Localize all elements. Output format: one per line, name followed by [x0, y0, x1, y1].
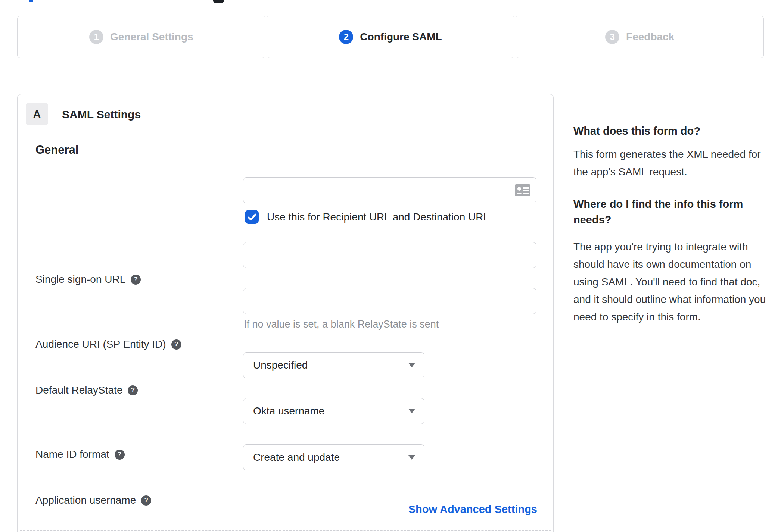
wizard-stepper: 1 General Settings 2 Configure SAML 3 Fe… [17, 16, 764, 58]
nameid-format-value: Unspecified [253, 359, 308, 371]
recipient-url-checkbox-row: Use this for Recipient URL and Destinati… [245, 210, 489, 224]
app-username-label: Application username ? [35, 494, 151, 506]
help-icon[interactable]: ? [141, 495, 151, 506]
relaystate-hint: If no value is set, a blank RelayState i… [244, 319, 439, 330]
cutoff-icon-fragment [213, 0, 224, 3]
app-username-value: Okta username [253, 405, 324, 417]
saml-settings-panel: A SAML Settings General Single sign-on U… [17, 94, 554, 532]
help-icon[interactable]: ? [115, 450, 125, 460]
step-label: Configure SAML [360, 31, 442, 43]
sso-url-label: Single sign-on URL ? [35, 273, 141, 285]
sidebar-answer-2: The app you're trying to integrate with … [573, 238, 768, 326]
sso-url-field-wrap [243, 177, 536, 203]
step-general-settings[interactable]: 1 General Settings [17, 16, 265, 58]
help-icon[interactable]: ? [128, 385, 138, 395]
chevron-down-icon [408, 363, 415, 367]
step-number-badge: 1 [89, 30, 103, 44]
contact-card-icon [515, 184, 530, 196]
nameid-format-label: Name ID format ? [35, 448, 125, 460]
nameid-format-label-text: Name ID format [35, 448, 109, 460]
recipient-url-checkbox[interactable] [245, 210, 259, 224]
sso-url-label-text: Single sign-on URL [35, 273, 125, 285]
step-configure-saml[interactable]: 2 Configure SAML [267, 16, 515, 58]
step-label: General Settings [110, 31, 193, 43]
section-a-badge: A [26, 103, 48, 125]
relaystate-label-text: Default RelayState [35, 384, 122, 396]
sidebar-question-1: What does this form do? [573, 123, 768, 139]
audience-uri-input[interactable] [243, 242, 536, 268]
help-icon[interactable]: ? [171, 339, 181, 350]
cutoff-blue-accent [29, 0, 33, 2]
update-username-select[interactable]: Create and update [243, 444, 424, 470]
audience-uri-label: Audience URI (SP Entity ID) ? [35, 338, 181, 350]
sso-url-input[interactable] [243, 177, 536, 203]
step-feedback[interactable]: 3 Feedback [516, 16, 764, 58]
nameid-format-select[interactable]: Unspecified [243, 352, 424, 378]
section-dashed-divider [20, 530, 551, 531]
relaystate-input[interactable] [243, 288, 536, 314]
update-username-value: Create and update [253, 451, 340, 463]
app-username-select[interactable]: Okta username [243, 398, 424, 424]
general-section-title: General [35, 143, 78, 157]
chevron-down-icon [408, 455, 415, 460]
checkmark-icon [247, 212, 257, 222]
app-username-label-text: Application username [35, 494, 136, 506]
step-label: Feedback [626, 31, 674, 43]
step-number-badge: 3 [605, 30, 619, 44]
sidebar-answer-1: This form generates the XML needed for t… [573, 145, 768, 181]
chevron-down-icon [408, 409, 415, 413]
relaystate-label: Default RelayState ? [35, 384, 138, 396]
help-icon[interactable]: ? [131, 275, 141, 285]
audience-uri-label-text: Audience URI (SP Entity ID) [35, 338, 166, 350]
show-advanced-settings-link[interactable]: Show Advanced Settings [408, 503, 537, 516]
recipient-url-checkbox-label: Use this for Recipient URL and Destinati… [267, 211, 489, 223]
sidebar-question-2: Where do I find the info this form needs… [573, 196, 768, 228]
panel-title: SAML Settings [62, 108, 141, 121]
step-number-badge: 2 [339, 30, 353, 44]
